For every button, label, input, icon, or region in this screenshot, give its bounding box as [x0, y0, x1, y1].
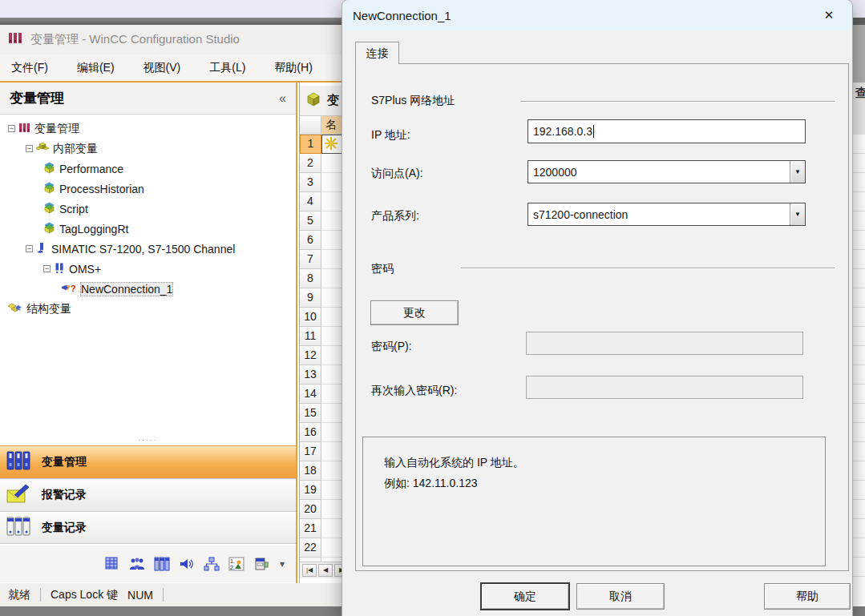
row-number-cell[interactable]: 17 [300, 442, 321, 461]
row-number-cell[interactable]: 12 [300, 346, 321, 365]
row-number-cell[interactable]: 16 [300, 423, 321, 442]
sliver-row-line [853, 423, 865, 442]
connection-dialog: NewConnection_1 ✕ 连接 S7Plus 网络地址 IP 地址: … [342, 0, 852, 616]
row-number-cell[interactable]: 7 [300, 250, 321, 269]
tree-item[interactable]: TagLoggingRt [0, 219, 296, 239]
tree-item[interactable]: Performance [0, 159, 296, 179]
row-number-cell[interactable]: 13 [300, 365, 321, 384]
editor-nav-label: 变量管理 [42, 455, 87, 469]
row-number-cell[interactable]: 18 [300, 461, 321, 481]
tab-connection[interactable]: 连接 [355, 42, 399, 64]
help-button[interactable]: 帮助 [764, 583, 851, 610]
row-number-cell[interactable]: 21 [300, 519, 321, 538]
editor-nav-item[interactable]: 变量记录 [0, 511, 296, 544]
chevron-down-icon[interactable]: ▼ [790, 161, 805, 183]
tree-item-label[interactable]: 结构变量 [26, 302, 71, 316]
tree-item-label[interactable]: OMS+ [69, 263, 101, 276]
tag-group-icon [43, 162, 55, 176]
product-family-select[interactable]: s71200-connection ▼ [527, 203, 806, 226]
row-number-cell[interactable]: 22 [300, 538, 321, 558]
tag-management-root-icon [18, 122, 30, 136]
tree-item-label[interactable]: Script [59, 203, 88, 215]
row-number-cell[interactable]: 15 [300, 404, 321, 423]
tree-item[interactable]: ProcessHistorian [0, 179, 296, 199]
tree-item-label[interactable]: Performance [59, 163, 123, 175]
topology-icon[interactable] [204, 556, 220, 572]
chevron-down-icon[interactable]: ▼ [790, 203, 805, 225]
menu-item[interactable]: 文件(F) [8, 58, 51, 78]
tree-item[interactable]: −SIMATIC S7-1200, S7-1500 Channel [0, 239, 296, 259]
row-number-cell[interactable]: 6 [300, 231, 321, 250]
tree-item[interactable]: 结构变量 [0, 299, 296, 319]
change-password-button[interactable]: 更改 [370, 300, 459, 325]
sliver-row-line [853, 519, 865, 538]
ok-button[interactable]: 确定 [481, 583, 569, 610]
picture-numbers-icon[interactable]: 1.2. [228, 556, 245, 572]
row-number-cell[interactable]: 10 [300, 308, 321, 327]
collapse-panel-button[interactable]: « [279, 91, 286, 106]
row-number-cell[interactable]: 5 [300, 211, 321, 231]
row-number-cell[interactable]: 11 [300, 327, 321, 346]
splitter-handle[interactable]: ····· [0, 436, 296, 445]
window-title: 变量管理 - WinCC Configuration Studio [30, 32, 240, 47]
editor-nav-list: 变量管理报警记录变量记录 [0, 445, 296, 544]
sliver-strip [852, 0, 865, 18]
row-number-cell[interactable]: 8 [300, 269, 321, 288]
tree-expander[interactable]: − [26, 245, 33, 252]
tree-item-label[interactable]: SIMATIC S7-1200, S7-1500 Channel [51, 243, 235, 256]
dialog-title-bar[interactable]: NewConnection_1 ✕ [342, 0, 852, 30]
ip-address-input[interactable]: 192.168.0.3 [527, 119, 806, 143]
close-icon[interactable]: ✕ [819, 8, 839, 22]
row-number-cell[interactable]: 19 [300, 481, 321, 500]
tree-expander[interactable]: − [8, 125, 15, 132]
row-number-header[interactable] [300, 116, 321, 135]
row-number-cell[interactable]: 3 [300, 173, 321, 192]
menu-item[interactable]: 帮助(H) [271, 58, 315, 78]
tree-item-label[interactable]: TagLoggingRt [59, 223, 128, 236]
status-bar: 就绪 Caps Lock 键 NUM [0, 583, 342, 606]
row-number-cell[interactable]: 2 [300, 154, 321, 173]
svg-text:?: ? [71, 284, 76, 293]
sliver-row-line [853, 250, 865, 269]
more-editors-dropdown[interactable]: ▾ [280, 558, 285, 570]
row-number-cell[interactable]: 1 [300, 135, 321, 154]
sliver-row-line [853, 135, 865, 154]
window-right-sliver: 查 [852, 0, 865, 616]
tree-item-label[interactable]: ProcessHistorian [59, 183, 144, 195]
password-label: 密码(P): [371, 340, 412, 354]
menu-item[interactable]: 工具(L) [206, 58, 249, 78]
record-prev-button[interactable]: ◀ [318, 564, 333, 577]
sliver-row-line [853, 538, 865, 558]
computer-icon[interactable] [104, 556, 120, 572]
device-icon[interactable] [253, 556, 269, 572]
speaker-icon[interactable] [179, 556, 195, 572]
tree-item-label[interactable]: 内部变量 [53, 142, 98, 156]
channel-icon [36, 242, 47, 256]
users-icon[interactable] [129, 556, 145, 572]
tree-expander[interactable]: − [43, 265, 51, 272]
record-first-button[interactable]: |◀ [302, 564, 317, 577]
cancel-button[interactable]: 取消 [576, 583, 665, 610]
tree-item[interactable]: −变量管理 [0, 119, 296, 139]
retype-password-label: 再次输入密码(R): [371, 384, 457, 398]
menu-item[interactable]: 视图(V) [140, 58, 184, 78]
tree-item[interactable]: −OMS+ [0, 259, 296, 279]
row-number-cell[interactable]: 4 [300, 192, 321, 211]
tree-item[interactable]: −内部变量 [0, 139, 296, 159]
editor-nav-item[interactable]: 报警记录 [0, 478, 296, 511]
row-number-cell[interactable]: 20 [300, 500, 321, 519]
tree-item-label[interactable]: NewConnection_1 [81, 283, 172, 296]
editor-icon-strip: 1.2.▾ [0, 546, 296, 582]
editor-nav-item[interactable]: 变量管理 [0, 445, 296, 478]
row-number-cell[interactable]: 14 [300, 384, 321, 404]
tree-expander[interactable]: − [26, 145, 33, 152]
text-caret [593, 125, 594, 138]
menu-item[interactable]: 编辑(E) [74, 58, 118, 78]
tree-item-label[interactable]: 变量管理 [34, 122, 79, 136]
tree-item[interactable]: Script [0, 199, 296, 219]
row-number-cell[interactable]: 9 [300, 288, 321, 308]
tree-item[interactable]: ?NewConnection_1 [0, 279, 296, 299]
binders-icon[interactable] [154, 556, 170, 572]
sliver-row-line [853, 173, 865, 192]
access-point-select[interactable]: 1200000 ▼ [527, 160, 806, 183]
